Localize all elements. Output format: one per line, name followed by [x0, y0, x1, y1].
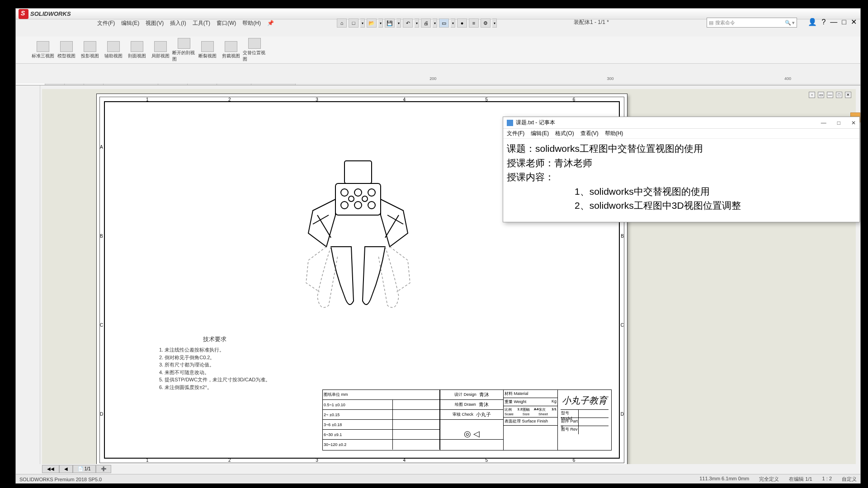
svg-point-7	[368, 202, 375, 209]
nav-prev-icon[interactable]: ◀	[59, 465, 73, 473]
svg-rect-0	[344, 161, 372, 183]
save-dropdown[interactable]: ▾	[396, 19, 401, 28]
new-dropdown[interactable]: ▾	[360, 19, 365, 28]
np-menu-file[interactable]: 文件(F)	[507, 130, 524, 137]
ribbon-alternate-position[interactable]: 交替位置视图	[243, 37, 266, 63]
settings-icon[interactable]: ⚙	[481, 19, 491, 28]
ribbon-section-view[interactable]: 剖面视图	[125, 37, 149, 63]
sheet-tab-1[interactable]: 📄 1/1	[73, 465, 96, 473]
window-controls: 👤 ? — □ ✕	[808, 18, 857, 26]
viewport-restore-icon[interactable]: ▭	[818, 92, 824, 98]
search-placeholder: 搜索命令	[715, 19, 735, 26]
req-title: 技术要求	[159, 335, 270, 344]
document-title: 装配体1 - 1/1 *	[574, 19, 609, 26]
search-icon[interactable]: 🔍	[785, 20, 791, 26]
print-dropdown[interactable]: ▾	[433, 19, 437, 28]
quick-toolbar: ⌂ □▾ 📂▾ 💾▾ ↶▾ 🖨▾ ▭▾ ● ≡ ⚙▾	[16, 18, 497, 28]
select-icon[interactable]: ▭	[439, 19, 449, 28]
ribbon-toolbar: 标准三视图 模型视图 投影视图 辅助视图 剖面视图 局部视图 断开的剖视图 断裂…	[16, 37, 860, 64]
np-menu-edit[interactable]: 编辑(E)	[531, 130, 549, 137]
notepad-icon	[507, 120, 513, 126]
app-logo-text: SOLIDWORKS	[30, 10, 71, 17]
notepad-text-area[interactable]: 课题：solidworks工程图中交替位置视图的使用 授课老师：青沐老师 授课内…	[503, 139, 859, 216]
print-icon[interactable]: 🖨	[421, 19, 431, 28]
np-line-2: 授课老师：青沐老师	[507, 156, 856, 170]
svg-point-8	[349, 196, 354, 202]
open-dropdown[interactable]: ▾	[378, 19, 383, 28]
new-icon[interactable]: □	[349, 19, 359, 28]
save-icon[interactable]: 💾	[385, 19, 395, 28]
nav-first-icon[interactable]: ◀◀	[42, 465, 59, 473]
np-maximize-button[interactable]: □	[837, 120, 840, 126]
search-dropdown[interactable]: ▾	[792, 20, 795, 26]
svg-point-3	[354, 189, 362, 196]
undo-dropdown[interactable]: ▾	[415, 19, 419, 28]
ribbon-crop-view[interactable]: 剪裁视图	[219, 37, 243, 63]
horizontal-ruler: 200 300 400	[16, 75, 860, 84]
maximize-button[interactable]: □	[842, 18, 846, 26]
solidworks-window: SOLIDWORKS 文件(F) 编辑(E) 视图(V) 插入(I) 工具(T)…	[15, 8, 861, 484]
undo-icon[interactable]: ↶	[403, 19, 413, 28]
notepad-window: 课题.txt - 记事本 — □ ✕ 文件(F) 编辑(E) 格式(O) 查看(…	[503, 117, 860, 222]
viewport-controls: ▫ ▭ — □ ✕	[809, 92, 851, 98]
search-input[interactable]: ▤ 搜索命令 🔍 ▾	[707, 18, 797, 28]
viewport-max-icon[interactable]: —	[827, 92, 833, 98]
title-block: 图纸单位 mm 0.5~1 ±0.10 2~ ±0.15 3~6 ±0.18 6…	[322, 389, 612, 450]
add-sheet-icon[interactable]: ➕	[96, 465, 111, 473]
gripper-drawing	[286, 156, 430, 319]
np-minimize-button[interactable]: —	[821, 120, 826, 126]
user-icon[interactable]: 👤	[808, 18, 817, 26]
status-editing: 在编辑 1/1	[789, 476, 812, 483]
notepad-title-bar[interactable]: 课题.txt - 记事本 — □ ✕	[503, 117, 859, 129]
svg-line-10	[317, 215, 331, 238]
np-line-4: 1、solidworks中交替视图的使用	[507, 184, 856, 199]
search-type-icon: ▤	[709, 20, 713, 26]
svg-point-4	[368, 189, 375, 196]
svg-line-13	[387, 215, 403, 224]
vertical-ruler	[31, 85, 40, 464]
svg-line-12	[385, 215, 399, 238]
viewport-full-icon[interactable]: □	[836, 92, 842, 98]
ribbon-projected-view[interactable]: 投影视图	[78, 37, 102, 63]
home-icon[interactable]: ⌂	[337, 19, 347, 28]
np-line-3: 授课内容：	[507, 170, 856, 184]
viewport-close-icon[interactable]: ✕	[845, 92, 851, 98]
sheet-tabs-bar: ◀◀ ◀ 📄 1/1 ➕	[42, 465, 111, 473]
ribbon-aux-view[interactable]: 辅助视图	[102, 37, 125, 63]
np-menu-help[interactable]: 帮助(H)	[605, 130, 623, 137]
svg-point-5	[341, 202, 348, 209]
ribbon-standard-views[interactable]: 标准三视图	[31, 37, 55, 63]
ribbon-detail-view[interactable]: 局部视图	[149, 37, 172, 63]
help-button[interactable]: ?	[821, 18, 826, 26]
np-close-button[interactable]: ✕	[851, 120, 856, 126]
notepad-menu: 文件(F) 编辑(E) 格式(O) 查看(V) 帮助(H)	[503, 129, 859, 139]
status-coords: 111.3mm 6.1mm 0mm	[699, 476, 749, 483]
rebuild-icon[interactable]: ●	[457, 19, 467, 28]
status-custom[interactable]: 自定义	[842, 476, 857, 483]
ribbon-break-view[interactable]: 断裂视图	[196, 37, 219, 63]
status-bar: SOLIDWORKS Premium 2018 SP5.0 111.3mm 6.…	[16, 474, 860, 484]
company-name: 小丸子教育	[562, 394, 607, 407]
close-button[interactable]: ✕	[851, 18, 857, 26]
settings-dropdown[interactable]: ▾	[492, 19, 497, 28]
svg-point-6	[354, 202, 362, 209]
np-menu-format[interactable]: 格式(O)	[555, 130, 574, 137]
minimize-button[interactable]: —	[830, 18, 837, 26]
svg-rect-1	[335, 183, 381, 215]
ribbon-broken-section[interactable]: 断开的剖视图	[172, 37, 196, 63]
status-zoom[interactable]: 1 : 2	[822, 476, 832, 483]
select-dropdown[interactable]: ▾	[451, 19, 455, 28]
svg-point-2	[341, 189, 348, 196]
notepad-title: 课题.txt - 记事本	[516, 119, 555, 127]
status-defined: 完全定义	[759, 476, 779, 483]
np-menu-view[interactable]: 查看(V)	[580, 130, 599, 137]
technical-requirements: 技术要求 1. 未注线性公差按标准执行。 2. 倒对称见于倒角C0.2。 3. …	[159, 335, 270, 391]
viewport-min-icon[interactable]: ▫	[809, 92, 815, 98]
svg-line-11	[313, 215, 329, 224]
svg-point-9	[362, 196, 368, 202]
status-version: SOLIDWORKS Premium 2018 SP5.0	[19, 477, 102, 482]
options-icon[interactable]: ≡	[469, 19, 479, 28]
ribbon-model-view[interactable]: 模型视图	[55, 37, 78, 63]
open-icon[interactable]: 📂	[367, 19, 377, 28]
np-line-5: 2、solidworks工程图中3D视图位置调整	[507, 198, 856, 213]
